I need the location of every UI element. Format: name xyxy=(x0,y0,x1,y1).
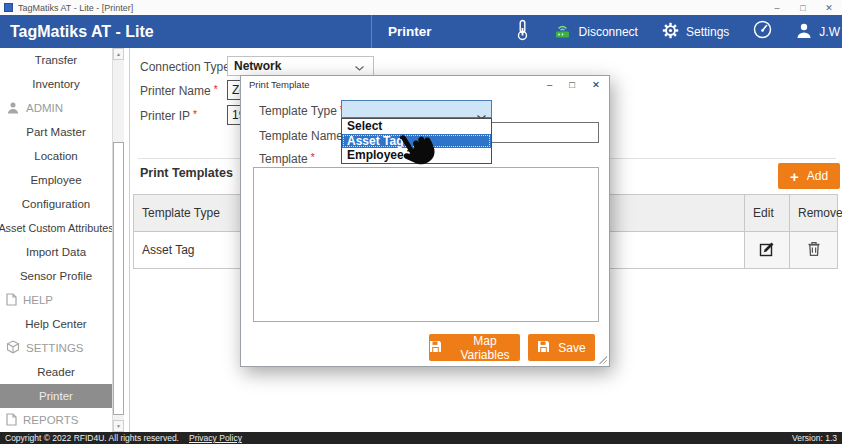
add-button-label: Add xyxy=(807,169,828,183)
dropdown-option-asset-tag[interactable]: Asset Tag xyxy=(342,134,491,149)
disconnect-button[interactable]: Disconnect xyxy=(553,22,638,42)
column-header-edit: Edit xyxy=(745,195,790,232)
sidebar-section-label: HELP xyxy=(23,294,53,306)
gauge-icon[interactable] xyxy=(753,20,772,43)
brand-logo: TagMatiks AT - Lite xyxy=(0,15,372,48)
resize-grip[interactable] xyxy=(599,356,607,364)
scroll-up-arrow[interactable]: ▲ xyxy=(113,48,124,60)
reader-device-icon xyxy=(553,22,572,42)
save-disk-icon xyxy=(537,340,550,356)
sidebar-item-reader[interactable]: Reader xyxy=(0,360,112,384)
app-icon xyxy=(4,3,13,12)
printer-ip-label: Printer IP* xyxy=(140,109,197,123)
template-field-label: Template* xyxy=(259,152,315,166)
sidebar-item-printer[interactable]: Printer xyxy=(0,384,112,408)
status-bar: Copyright © 2022 RFID4U. All rights rese… xyxy=(0,432,842,444)
dropdown-option-employee-tag[interactable]: Employee Tag xyxy=(342,148,491,163)
scrollbar-thumb[interactable] xyxy=(113,142,124,415)
user-icon xyxy=(796,22,812,42)
privacy-policy-link[interactable]: Privacy Policy xyxy=(189,433,242,443)
add-template-button[interactable]: + Add xyxy=(778,163,840,189)
save-button-label: Save xyxy=(558,341,585,355)
print-templates-heading: Print Templates xyxy=(140,166,233,180)
window-close-button[interactable]: ✕ xyxy=(816,3,842,13)
dialog-close-button[interactable]: ✕ xyxy=(592,79,600,90)
window-titlebar: TagMatiks AT - Lite - [Printer] – □ ✕ xyxy=(0,0,842,15)
window-title: TagMatiks AT - Lite - [Printer] xyxy=(18,3,133,13)
sidebar-item-asset-custom-attributes[interactable]: Asset Custom Attributes xyxy=(0,216,112,240)
edit-icon xyxy=(759,241,775,260)
connection-type-value: Network xyxy=(228,59,281,73)
sidebar-item-transfer[interactable]: Transfer xyxy=(0,48,112,72)
window-minimize-button[interactable]: – xyxy=(764,3,790,13)
save-button[interactable]: Save xyxy=(528,334,595,361)
sidebar-section-label: REPORTS xyxy=(23,414,78,426)
header-actions: Disconnect Settings xyxy=(516,19,842,45)
trash-icon xyxy=(807,241,821,260)
dialog-maximize-button[interactable]: □ xyxy=(569,79,575,90)
sidebar-section-settings[interactable]: SETTINGS xyxy=(0,336,112,360)
sidebar: Transfer Inventory ADMIN Part Master Loc… xyxy=(0,48,130,432)
sidebar-section-admin[interactable]: ADMIN xyxy=(0,96,112,120)
edit-row-button[interactable] xyxy=(745,232,790,269)
chevron-down-icon xyxy=(355,57,364,75)
sidebar-item-location[interactable]: Location xyxy=(0,144,112,168)
user-label: J.W xyxy=(819,25,840,39)
sidebar-scrollbar[interactable]: ▲ ▼ xyxy=(112,48,124,432)
app-window: TagMatiks AT - Lite - [Printer] – □ ✕ Ta… xyxy=(0,0,842,444)
template-name-label: Template Name* xyxy=(259,129,350,143)
document-icon xyxy=(6,413,17,428)
connection-type-select[interactable]: Network xyxy=(227,56,374,76)
scroll-down-arrow[interactable]: ▼ xyxy=(113,420,124,432)
remove-row-button[interactable] xyxy=(790,232,837,269)
print-template-dialog: Print Template – □ ✕ Template Type* Temp… xyxy=(240,75,610,367)
sidebar-section-reports[interactable]: REPORTS xyxy=(0,408,112,432)
sidebar-section-label: SETTINGS xyxy=(26,342,84,354)
dialog-title: Print Template xyxy=(249,79,310,90)
save-disk-icon xyxy=(429,340,442,356)
template-type-label: Template Type* xyxy=(259,104,344,118)
dialog-titlebar[interactable]: Print Template – □ ✕ xyxy=(241,76,609,93)
settings-box-icon xyxy=(6,340,20,356)
sidebar-item-help-center[interactable]: Help Center xyxy=(0,312,112,336)
sidebar-item-employee[interactable]: Employee xyxy=(0,168,112,192)
settings-button[interactable]: Settings xyxy=(662,22,729,42)
template-textarea[interactable] xyxy=(253,167,599,322)
connection-type-label: Connection Type* xyxy=(140,60,237,74)
sidebar-section-label: ADMIN xyxy=(26,102,63,114)
column-header-remove: Remove xyxy=(790,195,837,232)
printer-name-label: Printer Name* xyxy=(140,84,218,98)
window-controls: – □ ✕ xyxy=(764,3,842,13)
sidebar-item-sensor-profile[interactable]: Sensor Profile xyxy=(0,264,112,288)
dialog-minimize-button[interactable]: – xyxy=(547,79,552,90)
document-icon xyxy=(6,293,17,308)
window-maximize-button[interactable]: □ xyxy=(790,3,816,13)
plus-icon: + xyxy=(790,169,799,184)
disconnect-label: Disconnect xyxy=(579,25,638,39)
user-menu[interactable]: J.W xyxy=(796,22,840,42)
settings-label: Settings xyxy=(686,25,729,39)
dropdown-option-select[interactable]: Select xyxy=(342,119,491,134)
map-variables-button[interactable]: Map Variables xyxy=(429,334,520,361)
sidebar-item-part-master[interactable]: Part Master xyxy=(0,120,112,144)
copyright-text: Copyright © 2022 RFID4U. All rights rese… xyxy=(5,433,179,443)
admin-user-icon xyxy=(6,101,20,116)
template-type-select[interactable] xyxy=(341,100,492,118)
page-title: Printer xyxy=(372,24,432,39)
sidebar-section-help[interactable]: HELP xyxy=(0,288,112,312)
sidebar-item-inventory[interactable]: Inventory xyxy=(0,72,112,96)
sidebar-item-configuration[interactable]: Configuration xyxy=(0,192,112,216)
gear-icon xyxy=(662,22,679,42)
sidebar-item-import-data[interactable]: Import Data xyxy=(0,240,112,264)
thermometer-icon[interactable] xyxy=(516,19,529,45)
dialog-controls: – □ ✕ xyxy=(547,79,609,90)
map-variables-label: Map Variables xyxy=(450,334,520,362)
version-text: Version: 1.3 xyxy=(792,433,837,443)
app-header: TagMatiks AT - Lite Printer xyxy=(0,15,842,48)
template-type-dropdown-list: Select Asset Tag Employee Tag xyxy=(341,118,492,164)
